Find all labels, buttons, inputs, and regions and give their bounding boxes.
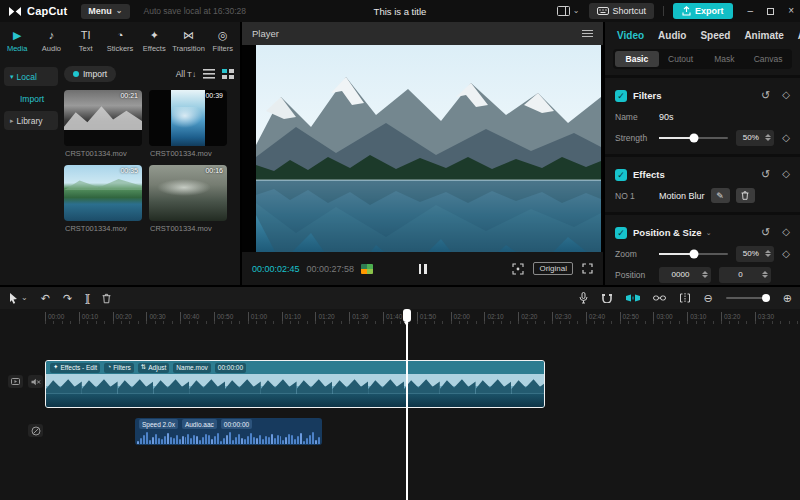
sidebar-item-import[interactable]: Import: [4, 89, 58, 108]
keyframe-diamond-icon[interactable]: ◇: [782, 90, 790, 101]
tab-audio[interactable]: ♪ Audio: [34, 29, 68, 53]
keyframe-diamond-icon[interactable]: ◇: [782, 249, 790, 259]
subtab-canvas[interactable]: Canvas: [746, 51, 790, 67]
pause-button[interactable]: [419, 264, 427, 274]
strength-slider[interactable]: [659, 137, 728, 139]
position-x-box[interactable]: 0000: [659, 267, 711, 283]
menu-button[interactable]: Menu⌄: [81, 4, 129, 19]
focus-frame-icon[interactable]: [512, 263, 524, 275]
tab-media[interactable]: ▶ Media: [0, 29, 34, 53]
select-tool-button[interactable]: ⌄: [8, 292, 28, 304]
media-thumbnail[interactable]: 00:16: [149, 165, 227, 221]
strength-value-box[interactable]: 50%: [736, 130, 774, 146]
clip-chip-filters[interactable]: ◔Filters: [104, 363, 134, 373]
record-voiceover-button[interactable]: [579, 292, 588, 304]
tab-animate[interactable]: Animate: [744, 30, 783, 41]
delete-effect-button[interactable]: [736, 188, 755, 203]
export-button[interactable]: Export: [673, 3, 733, 19]
magnet-snap-button[interactable]: [601, 293, 613, 303]
minimize-button[interactable]: –: [748, 6, 754, 16]
subtab-mask[interactable]: Mask: [703, 51, 747, 67]
stepper-icon[interactable]: [702, 271, 711, 278]
media-thumbnail[interactable]: 00:35: [64, 165, 142, 221]
chevron-down-icon: ⌄: [21, 294, 28, 302]
position-checkbox[interactable]: ✓: [615, 227, 627, 239]
tab-filters[interactable]: ◎ Filters: [206, 29, 240, 53]
media-thumbnail[interactable]: 00:21: [64, 90, 142, 146]
mute-track-icon[interactable]: [28, 375, 43, 388]
tab-video[interactable]: Video: [617, 30, 644, 41]
video-track-icon[interactable]: [8, 375, 23, 388]
edit-effect-button[interactable]: ✎: [711, 188, 730, 203]
zoom-slider[interactable]: [659, 253, 728, 255]
split-clip-button[interactable]: ][: [85, 293, 89, 304]
reset-icon[interactable]: ↺: [761, 227, 770, 238]
delete-clip-button[interactable]: [102, 293, 111, 304]
tab-speed[interactable]: Speed: [700, 30, 730, 41]
zoom-value-box[interactable]: 50%: [736, 246, 774, 262]
keyframe-diamond-icon[interactable]: ◇: [782, 133, 790, 143]
ruler-tick-label: 03:00: [653, 312, 672, 321]
keyframe-diamond-icon[interactable]: ◇: [782, 227, 790, 238]
filter-all-dropdown[interactable]: All T↓: [176, 69, 196, 79]
shortcut-button[interactable]: Shortcut: [589, 3, 655, 19]
clip-chip-effects[interactable]: ✦Effects - Edit: [50, 363, 100, 373]
sidebar-item-library[interactable]: ▸ Library: [4, 111, 58, 130]
close-button[interactable]: ×: [788, 6, 794, 16]
timeline-ruler[interactable]: 00:0000:1000:2000:3000:4000:5001:0001:10…: [0, 309, 800, 324]
grid-view-button[interactable]: [222, 69, 234, 79]
fullscreen-icon[interactable]: [582, 263, 593, 274]
effects-checkbox[interactable]: ✓: [615, 169, 627, 181]
audio-clip[interactable]: Speed 2.0x Audio.aac 00:00:00: [135, 418, 322, 445]
maximize-button[interactable]: [767, 8, 774, 15]
clip-frame-thumbnail: [153, 374, 189, 407]
reset-icon[interactable]: ↺: [761, 169, 770, 180]
import-media-button[interactable]: Import: [64, 66, 116, 82]
position-y-box[interactable]: 0: [719, 267, 771, 283]
color-frames-icon[interactable]: [361, 264, 373, 274]
preview-axis-button[interactable]: [679, 293, 691, 303]
subtab-basic[interactable]: Basic: [615, 51, 659, 67]
audio-track-header: [28, 424, 43, 437]
stepper-icon[interactable]: [762, 271, 771, 278]
keyframe-diamond-icon[interactable]: ◇: [782, 169, 790, 180]
redo-button[interactable]: ↷: [63, 292, 72, 305]
filters-checkbox[interactable]: ✓: [615, 90, 627, 102]
layout-icon: [557, 6, 570, 16]
player-menu-icon[interactable]: [582, 30, 593, 37]
video-clip[interactable]: ✦Effects - Edit ◔Filters ⇅Adjust Name.mo…: [45, 360, 545, 408]
playhead[interactable]: [406, 309, 408, 500]
chevron-down-icon[interactable]: ⌄: [706, 229, 712, 237]
inspector-panel: Video Audio Speed Animate Adjust Basic C…: [605, 22, 800, 285]
zoom-out-icon[interactable]: ⊖: [704, 292, 713, 305]
subtab-cutout[interactable]: Cutout: [659, 51, 703, 67]
undo-button[interactable]: ↶: [41, 292, 50, 305]
stepper-icon[interactable]: [765, 250, 774, 257]
clip-chip-adjust[interactable]: ⇅Adjust: [138, 363, 170, 373]
tab-effects[interactable]: ✦ Effects: [137, 29, 171, 53]
tab-text[interactable]: TI Text: [69, 29, 103, 53]
audio-track-disable-icon[interactable]: [28, 424, 43, 437]
timeline-zoom-slider[interactable]: [726, 297, 770, 299]
zoom-in-icon[interactable]: ⊕: [783, 292, 792, 305]
link-clips-button[interactable]: [653, 294, 666, 302]
reset-icon[interactable]: ↺: [761, 90, 770, 101]
sidebar-item-local[interactable]: ▾ Local: [4, 67, 58, 86]
clip-frame-thumbnail: [46, 374, 82, 407]
stepper-icon[interactable]: [765, 134, 774, 141]
video-track-header: [8, 375, 43, 388]
list-view-button[interactable]: [203, 69, 215, 79]
audio-waveform: [137, 431, 320, 444]
video-preview[interactable]: [242, 45, 603, 252]
aspect-ratio-dropdown[interactable]: Original: [533, 262, 573, 275]
tab-transition[interactable]: ⋈ Transition: [171, 29, 205, 53]
playhead-handle[interactable]: [403, 309, 411, 322]
duration-badge: 00:39: [205, 92, 223, 99]
preview-frame-image: [256, 45, 601, 252]
main-track-magnet-button[interactable]: [626, 293, 640, 303]
layout-switch-button[interactable]: ⌄: [557, 6, 580, 16]
tab-audio-props[interactable]: Audio: [658, 30, 686, 41]
inspector-tabs: Video Audio Speed Animate Adjust: [605, 22, 800, 48]
media-thumbnail[interactable]: 00:39: [149, 90, 227, 146]
tab-stickers[interactable]: ◔ Stickers: [103, 29, 137, 53]
